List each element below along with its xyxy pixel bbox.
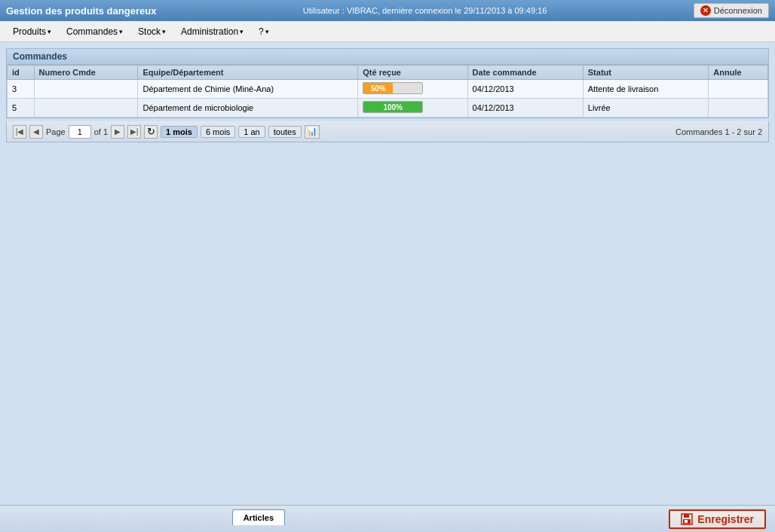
tab-articles[interactable]: Articles	[232, 509, 285, 525]
menu-bar: Produits ▾ Commandes ▾ Stock ▾ Administr…	[0, 21, 775, 42]
progress-bar: 50%	[363, 82, 423, 94]
pagination-count: Commandes 1 - 2 sur 2	[675, 127, 762, 136]
refresh-button[interactable]: ↻	[144, 125, 158, 139]
filter-toutes[interactable]: toutes	[268, 126, 302, 138]
cell-date: 04/12/2013	[467, 80, 583, 99]
page-input[interactable]	[69, 125, 91, 139]
chevron-down-icon: ▾	[47, 28, 51, 35]
menu-stock[interactable]: Stock ▾	[131, 24, 173, 39]
chevron-down-icon: ▾	[240, 28, 244, 35]
deconnexion-icon: ✕	[700, 5, 711, 16]
progress-bar: 100%	[363, 101, 423, 113]
user-info: Utilisateur : VIBRAC, dernière connexion…	[303, 6, 547, 15]
cell-statut: Attente de livraison	[583, 80, 709, 99]
title-bar: Gestion des produits dangereux Utilisate…	[0, 0, 775, 21]
filter-6mois[interactable]: 6 mois	[201, 126, 235, 138]
bottom-bar: Enregistrer	[0, 505, 775, 532]
col-id: id	[8, 66, 35, 80]
commands-table: id Numero Cmde Equipe/Département Qté re…	[7, 65, 768, 118]
table-row[interactable]: 3 Département de Chimie (Miné-Ana) 50% 0…	[8, 80, 768, 99]
col-qte: Qté reçue	[358, 66, 467, 80]
chevron-down-icon: ▾	[119, 28, 123, 35]
main-content: Commandes id Numero Cmde Equipe/Départem…	[0, 42, 775, 505]
progress-fill: 100%	[363, 102, 422, 112]
deconnexion-button[interactable]: ✕ Déconnexion	[694, 3, 769, 18]
menu-produits[interactable]: Produits ▾	[6, 24, 58, 39]
cell-qte: 50%	[358, 80, 467, 99]
chevron-down-icon: ▾	[162, 28, 166, 35]
col-numero: Numero Cmde	[34, 66, 138, 80]
pagination-bar: |◀ ◀ Page of 1 ▶ ▶| ↻ 1 mois 6 mois 1 an…	[6, 121, 769, 142]
of-label: of 1	[94, 127, 108, 136]
cell-annule	[709, 99, 768, 118]
cell-qte: 100%	[358, 99, 467, 118]
filter-1mois[interactable]: 1 mois	[161, 126, 198, 138]
cell-annule	[709, 80, 768, 99]
cell-date: 04/12/2013	[467, 99, 583, 118]
page-label: Page	[46, 127, 66, 136]
cell-numero	[34, 80, 138, 99]
menu-commandes[interactable]: Commandes ▾	[60, 24, 130, 39]
commands-header: Commandes	[7, 49, 768, 65]
svg-rect-41	[684, 514, 689, 518]
cell-id: 5	[8, 99, 35, 118]
save-icon	[681, 513, 693, 525]
chevron-down-icon: ▾	[265, 28, 269, 35]
first-page-button[interactable]: |◀	[13, 125, 26, 139]
table-row[interactable]: 5 Département de microbiologie 100% 04/1…	[8, 99, 768, 118]
prev-page-button[interactable]: ◀	[29, 125, 43, 139]
svg-rect-43	[685, 520, 688, 523]
commands-section: Commandes id Numero Cmde Equipe/Départem…	[6, 48, 769, 118]
cell-numero	[34, 99, 138, 118]
col-statut: Statut	[583, 66, 709, 80]
cell-departement: Département de Chimie (Miné-Ana)	[138, 80, 358, 99]
menu-help[interactable]: ? ▾	[252, 24, 276, 39]
progress-fill: 50%	[363, 83, 393, 93]
cell-statut: Livrée	[583, 99, 709, 118]
next-page-button[interactable]: ▶	[111, 125, 124, 139]
col-date: Date commande	[467, 66, 583, 80]
col-annule: Annule	[709, 66, 768, 80]
app-title: Gestion des produits dangereux	[6, 5, 156, 17]
filter-1an[interactable]: 1 an	[238, 126, 265, 138]
menu-administration[interactable]: Administration ▾	[174, 24, 250, 39]
col-departement: Equipe/Département	[138, 66, 358, 80]
export-button[interactable]: 📊	[305, 125, 320, 139]
cell-id: 3	[8, 80, 35, 99]
cell-departement: Département de microbiologie	[138, 99, 358, 118]
enregistrer-button[interactable]: Enregistrer	[669, 509, 766, 529]
last-page-button[interactable]: ▶|	[127, 125, 141, 139]
